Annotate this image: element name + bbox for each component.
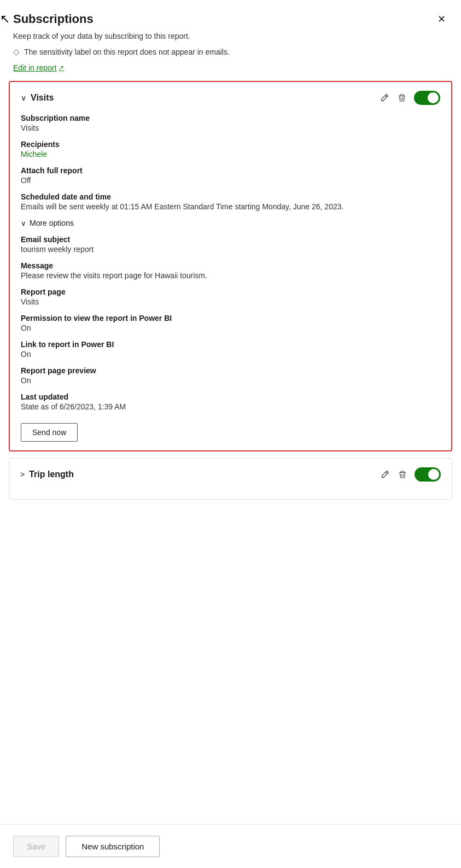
preview-field: Report page preview On (21, 366, 440, 385)
svg-rect-3 (399, 472, 406, 473)
bottom-bar: Save New subscription (0, 824, 461, 868)
edit-trip-subscription-button[interactable] (380, 469, 390, 480)
svg-rect-0 (399, 96, 405, 96)
delete-subscription-button[interactable] (396, 92, 407, 103)
subscription-name-field: Subscription name Visits (21, 114, 440, 132)
preview-label: Report page preview (21, 366, 440, 375)
edit-subscription-button[interactable] (379, 92, 390, 103)
trip-toggle[interactable] (415, 467, 441, 482)
collapse-chevron-icon[interactable]: ∨ (21, 93, 26, 102)
message-field: Message Please review the visits report … (21, 261, 440, 280)
send-now-button[interactable]: Send now (21, 423, 78, 442)
recipients-value[interactable]: Michele (21, 150, 440, 159)
panel-subtitle: Keep track of your data by subscribing t… (0, 32, 461, 45)
delete-trip-subscription-button[interactable] (397, 469, 408, 480)
email-subject-field: Email subject tourism weekly report (21, 235, 440, 254)
edit-link-text: Edit in report (13, 63, 56, 72)
preview-value: On (21, 376, 440, 385)
attach-full-report-label: Attach full report (21, 166, 440, 175)
attach-full-report-value: Off (21, 176, 440, 185)
panel-header: Subscriptions ✕ (0, 0, 461, 32)
email-subject-value: tourism weekly report (21, 245, 440, 254)
panel-title: Subscriptions (13, 12, 94, 26)
permission-field: Permission to view the report in Power B… (21, 314, 440, 332)
message-value: Please review the visits report page for… (21, 271, 440, 280)
card-title: Visits (31, 93, 54, 103)
report-page-label: Report page (21, 288, 440, 296)
trip-card-actions (380, 467, 441, 482)
visits-toggle[interactable] (414, 91, 440, 105)
last-updated-field: Last updated State as of 6/26/2023, 1:39… (21, 392, 440, 411)
card-header-left: ∨ Visits (21, 93, 54, 103)
email-subject-label: Email subject (21, 235, 440, 244)
save-button: Save (13, 836, 59, 857)
sensitivity-icon: ◇ (13, 47, 20, 57)
report-page-value: Visits (21, 297, 440, 306)
trip-card-header: > Trip length (20, 467, 441, 482)
recipients-label: Recipients (21, 140, 440, 149)
link-field: Link to report in Power BI On (21, 340, 440, 359)
edit-in-report-link[interactable]: Edit in report ↗ (0, 61, 461, 81)
more-options-row[interactable]: ∨ More options (21, 219, 440, 227)
subscription-name-label: Subscription name (21, 114, 440, 122)
trip-card-header-left: > Trip length (20, 470, 74, 479)
visits-subscription-card: ∨ Visits (9, 81, 452, 451)
scheduled-date-label: Scheduled date and time (21, 192, 440, 201)
close-button[interactable]: ✕ (435, 11, 448, 27)
permission-value: On (21, 324, 440, 332)
more-options-label: More options (30, 219, 74, 227)
external-link-icon: ↗ (59, 64, 64, 72)
scheduled-date-field: Scheduled date and time Emails will be s… (21, 192, 440, 211)
recipients-field: Recipients Michele (21, 140, 440, 159)
message-label: Message (21, 261, 440, 270)
scheduled-date-value: Emails will be sent weekly at 01:15 AM E… (21, 202, 440, 211)
more-options-chevron-icon: ∨ (21, 219, 26, 227)
sensitivity-row: ◇ The sensitivity label on this report d… (0, 45, 461, 61)
card-actions (379, 91, 440, 105)
link-value: On (21, 350, 440, 359)
subscriptions-panel: ↖ Subscriptions ✕ Keep track of your dat… (0, 0, 461, 868)
trip-card-title: Trip length (29, 470, 74, 479)
link-label: Link to report in Power BI (21, 340, 440, 349)
expand-chevron-icon[interactable]: > (20, 470, 25, 479)
sensitivity-text: The sensitivity label on this report doe… (24, 48, 230, 56)
report-page-field: Report page Visits (21, 288, 440, 306)
trip-length-subscription-card: > Trip length (9, 458, 452, 500)
subscription-name-value: Visits (21, 124, 440, 132)
permission-label: Permission to view the report in Power B… (21, 314, 440, 322)
last-updated-value: State as of 6/26/2023, 1:39 AM (21, 402, 440, 411)
attach-full-report-field: Attach full report Off (21, 166, 440, 185)
new-subscription-button[interactable]: New subscription (66, 836, 160, 857)
last-updated-label: Last updated (21, 392, 440, 401)
card-header: ∨ Visits (21, 91, 440, 105)
